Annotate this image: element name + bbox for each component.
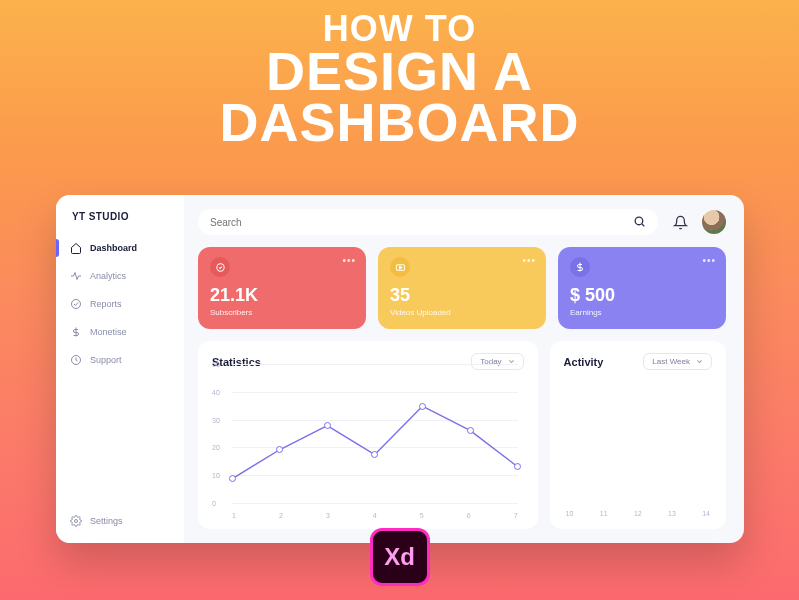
chevron-down-icon xyxy=(696,358,703,365)
hero-line-3: DASHBOARD xyxy=(0,97,799,148)
pulse-icon xyxy=(70,270,82,282)
x-tick-label: 5 xyxy=(420,512,424,519)
bar-label: 12 xyxy=(634,510,642,517)
activity-chart: 1011121314 xyxy=(564,378,712,517)
bar-label: 10 xyxy=(566,510,574,517)
y-tick-label: 10 xyxy=(212,472,220,479)
brand-title: YT STUDIO xyxy=(56,211,184,236)
statistics-chart: 504030201001234567 xyxy=(212,378,524,517)
sidebar-item-dashboard[interactable]: Dashboard xyxy=(56,236,184,260)
clock-icon xyxy=(70,354,82,366)
card-value: 35 xyxy=(390,285,534,306)
more-icon[interactable]: ••• xyxy=(342,255,356,266)
data-point xyxy=(467,427,474,434)
check-circle-icon xyxy=(70,298,82,310)
sidebar-item-support[interactable]: Support xyxy=(56,348,184,372)
card-label: Subscribers xyxy=(210,308,354,317)
search-icon[interactable] xyxy=(633,215,646,230)
line-chart-svg xyxy=(232,382,518,503)
stat-cards: •••21.1KSubscribers•••35Videos Uploaded•… xyxy=(198,247,726,329)
xd-badge: Xd xyxy=(370,528,430,586)
gridline xyxy=(232,364,518,365)
bar-label: 14 xyxy=(702,510,710,517)
sidebar-item-label: Support xyxy=(90,355,122,365)
bar-11: 11 xyxy=(600,506,608,517)
bar-label: 11 xyxy=(600,510,608,517)
sidebar-nav: DashboardAnalyticsReportsMonetiseSupport xyxy=(56,236,184,509)
topbar xyxy=(198,209,726,235)
activity-title: Activity xyxy=(564,356,604,368)
svg-point-0 xyxy=(72,300,81,309)
data-point xyxy=(229,475,236,482)
bar-label: 13 xyxy=(668,510,676,517)
sidebar-item-reports[interactable]: Reports xyxy=(56,292,184,316)
y-tick-label: 50 xyxy=(212,361,220,368)
svg-point-3 xyxy=(75,520,78,523)
x-tick-label: 7 xyxy=(514,512,518,519)
x-tick-label: 2 xyxy=(279,512,283,519)
svg-point-4 xyxy=(635,217,643,225)
activity-dropdown[interactable]: Last Week xyxy=(643,353,712,370)
sidebar-item-monetise[interactable]: Monetise xyxy=(56,320,184,344)
more-icon[interactable]: ••• xyxy=(522,255,536,266)
statistics-header: Statistics Today xyxy=(212,353,524,370)
bar-12: 12 xyxy=(634,506,642,517)
bell-icon[interactable] xyxy=(670,212,690,232)
card-value: 21.1K xyxy=(210,285,354,306)
stat-card-subscribers[interactable]: •••21.1KSubscribers xyxy=(198,247,366,329)
dollar-icon xyxy=(570,257,590,277)
activity-panel: Activity Last Week 1011121314 xyxy=(550,341,726,529)
x-tick-label: 6 xyxy=(467,512,471,519)
xd-badge-label: Xd xyxy=(384,543,415,571)
video-icon xyxy=(390,257,410,277)
hero-line-2: DESIGN A xyxy=(0,46,799,97)
statistics-dropdown[interactable]: Today xyxy=(471,353,523,370)
card-label: Earnings xyxy=(570,308,714,317)
gridline xyxy=(232,503,518,504)
svg-line-5 xyxy=(642,223,644,225)
sidebar-item-label: Analytics xyxy=(90,271,126,281)
card-label: Videos Uploaded xyxy=(390,308,534,317)
main-area: •••21.1KSubscribers•••35Videos Uploaded•… xyxy=(184,195,744,543)
stat-card-earnings[interactable]: •••$ 500Earnings xyxy=(558,247,726,329)
x-tick-label: 4 xyxy=(373,512,377,519)
home-icon xyxy=(70,242,82,254)
search-input[interactable] xyxy=(210,217,633,228)
stat-card-videos-uploaded[interactable]: •••35Videos Uploaded xyxy=(378,247,546,329)
y-tick-label: 40 xyxy=(212,388,220,395)
sidebar-item-analytics[interactable]: Analytics xyxy=(56,264,184,288)
data-point xyxy=(514,463,521,470)
bar-13: 13 xyxy=(668,506,676,517)
search-box[interactable] xyxy=(198,209,658,235)
sidebar-settings-label: Settings xyxy=(90,516,123,526)
sidebar-item-label: Reports xyxy=(90,299,122,309)
statistics-panel: Statistics Today 504030201001234567 xyxy=(198,341,538,529)
target-icon xyxy=(210,257,230,277)
sidebar-item-label: Monetise xyxy=(90,327,127,337)
bar-14: 14 xyxy=(702,506,710,517)
y-tick-label: 20 xyxy=(212,444,220,451)
data-point xyxy=(419,403,426,410)
svg-marker-8 xyxy=(399,266,401,269)
more-icon[interactable]: ••• xyxy=(702,255,716,266)
activity-header: Activity Last Week xyxy=(564,353,712,370)
x-tick-label: 1 xyxy=(232,512,236,519)
bar-10: 10 xyxy=(566,506,574,517)
activity-dropdown-label: Last Week xyxy=(652,357,690,366)
x-axis: 1234567 xyxy=(232,512,518,519)
data-point xyxy=(324,422,331,429)
avatar[interactable] xyxy=(702,210,726,234)
y-tick-label: 0 xyxy=(212,500,216,507)
card-value: $ 500 xyxy=(570,285,714,306)
gear-icon xyxy=(70,515,82,527)
x-tick-label: 3 xyxy=(326,512,330,519)
panels-row: Statistics Today 504030201001234567 Acti… xyxy=(198,341,726,529)
sidebar-settings[interactable]: Settings xyxy=(56,509,184,533)
sidebar-item-label: Dashboard xyxy=(90,243,137,253)
dollar-icon xyxy=(70,326,82,338)
hero-title: HOW TO DESIGN A DASHBOARD xyxy=(0,12,799,149)
sidebar: YT STUDIO DashboardAnalyticsReportsMonet… xyxy=(56,195,184,543)
app-window: YT STUDIO DashboardAnalyticsReportsMonet… xyxy=(56,195,744,543)
y-tick-label: 30 xyxy=(212,416,220,423)
